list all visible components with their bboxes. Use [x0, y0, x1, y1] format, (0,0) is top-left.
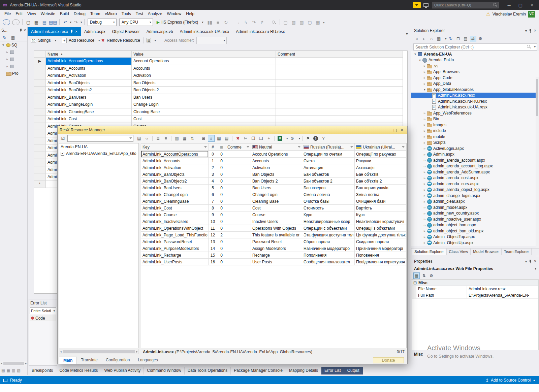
filter-icon[interactable]	[247, 146, 249, 148]
server-tree-item[interactable]: ▹	[0, 48, 27, 56]
pin-icon[interactable]	[70, 29, 73, 34]
navigate-forward-icon[interactable]: →	[12, 19, 20, 25]
cell-key[interactable]: AdminLink_Course	[141, 211, 209, 218]
cell-ukrainian[interactable]: Бан об'єктів 2	[355, 178, 406, 185]
server-tree-item[interactable]: ▾SQ	[0, 41, 27, 48]
tree-item[interactable]: ▹admin_arenda_curs.aspx	[411, 181, 539, 187]
tree-arrow[interactable]: ▹	[5, 64, 9, 68]
filter-icon[interactable]	[204, 146, 207, 148]
row-selector[interactable]	[34, 152, 46, 159]
dialog-column-index[interactable]: #	[209, 143, 217, 151]
resource-grid-row[interactable]: AdminLink_AccountsAccounts	[34, 65, 403, 72]
cell-russian[interactable]: Пополнения	[302, 252, 355, 259]
cell-neutral[interactable]: Activation	[251, 164, 302, 171]
menu-item-view[interactable]: View	[25, 10, 38, 18]
cell-neutral[interactable]: Operations With Objects	[251, 225, 302, 232]
solution-explorer-search-input[interactable]	[413, 43, 537, 51]
tree-item[interactable]: ▹App_Browsers	[411, 69, 539, 75]
cell-comment[interactable]	[276, 65, 403, 72]
cell-comment[interactable]	[226, 259, 251, 265]
cell-index[interactable]: 9	[209, 211, 217, 218]
error-list-column-header[interactable]: Code	[30, 315, 56, 321]
tree-item[interactable]: ▹mobile	[411, 134, 539, 140]
cell-key[interactable]: AdminLink_Accounts	[141, 158, 209, 164]
panel-tab-solution-explorer[interactable]: Solution Explorer	[412, 249, 447, 255]
alphabetical-icon[interactable]: ⇅	[421, 272, 427, 279]
tree-expand-arrow[interactable]: ▹	[423, 194, 426, 197]
tree-item[interactable]: ▹admin_new_country.aspx	[411, 210, 539, 217]
cell-key[interactable]: AdminLink_BanObjects2	[141, 178, 209, 185]
tree-collapse-arrow[interactable]: ▾	[418, 58, 422, 62]
row-selector[interactable]: ▶	[34, 58, 46, 65]
tool-tab-package-manager-console[interactable]: Package Manager Console	[231, 367, 286, 374]
tree-root[interactable]: Arenda-EN-UA	[59, 143, 138, 150]
panel-tab-team-explorer[interactable]: Team Explorer	[502, 249, 532, 255]
tree-expand-arrow[interactable]: ▹	[423, 200, 426, 203]
row-selector[interactable]	[34, 72, 46, 79]
row-selector[interactable]	[34, 79, 46, 87]
cell-name[interactable]: AdminLink_Cost	[46, 116, 132, 123]
tree-expand-arrow[interactable]: ▹	[423, 158, 426, 162]
save-icon[interactable]: ▤	[41, 19, 48, 26]
cell-value[interactable]: Ban Users	[132, 94, 276, 101]
tree-item[interactable]: ▹include	[411, 128, 539, 134]
cell-name[interactable]: AdminLink_ChangeLogin	[46, 101, 132, 108]
cell-count[interactable]: 0	[217, 238, 226, 245]
scroll-right-icon[interactable]: ▸	[25, 362, 27, 365]
tree-item[interactable]: ▹Scripts	[411, 140, 539, 146]
cell-neutral[interactable]: Inactive Users	[251, 218, 302, 225]
cell-neutral[interactable]: Course	[251, 211, 302, 218]
tree-expand-arrow[interactable]: ▹	[423, 129, 426, 133]
tree-expand-arrow[interactable]: ▹	[423, 188, 426, 192]
menu-item-team[interactable]: Team	[88, 10, 102, 18]
save-icon[interactable]: ▤	[136, 135, 142, 142]
server-tree-item[interactable]: Pro	[0, 70, 27, 77]
cell-value[interactable]: Cost	[132, 116, 276, 123]
scope-icon[interactable]: ▦	[436, 36, 442, 42]
cell-comment[interactable]	[226, 232, 251, 238]
tree-item[interactable]: ▹admin_arenda_object_log.aspx	[411, 187, 539, 193]
tree-expand-arrow[interactable]: ▹	[423, 141, 426, 144]
tree-item[interactable]: ▹admin_arenda_AddSumm.aspx	[411, 169, 539, 175]
cell-comment[interactable]	[276, 87, 403, 94]
tree-item[interactable]: ▹.vs	[411, 63, 539, 69]
tool-tab-output[interactable]: Output	[344, 367, 363, 374]
cell-index[interactable]: 12	[209, 232, 217, 238]
cell-count[interactable]: 0	[217, 178, 226, 185]
panel-tab-class-view[interactable]: Class View	[447, 249, 471, 255]
find-in-files-icon[interactable]	[270, 19, 278, 26]
cell-ukrainian[interactable]: Поповнення	[355, 252, 406, 259]
tree-resource-item[interactable]: ✔ Arenda-EN-UA\Arenda_EnUa\App_Glo	[59, 150, 138, 157]
cell-comment[interactable]	[226, 245, 251, 252]
close-tab-icon[interactable]: ×	[75, 29, 77, 34]
menu-item-website[interactable]: Website	[38, 10, 58, 18]
menu-item-file[interactable]: File	[2, 10, 13, 18]
scroll-left-icon[interactable]: ◂	[1, 362, 2, 365]
tree-item[interactable]: ▾App_GlobalResources	[411, 87, 539, 93]
navigate-backward-icon[interactable]: ←	[3, 19, 10, 25]
save-all-icon[interactable]: ▤▤	[49, 19, 57, 26]
cell-neutral[interactable]: Cleaning Base	[251, 198, 302, 205]
cell-value[interactable]: Change Login	[132, 101, 276, 108]
cell-index[interactable]: 11	[209, 225, 217, 232]
dialog-column-russian[interactable]: Russian (Russia)...	[302, 143, 355, 151]
tree-expand-arrow[interactable]: ▹	[423, 111, 426, 115]
export-excel-icon[interactable]: X	[277, 135, 283, 142]
cell-count[interactable]: 0	[217, 171, 226, 178]
cell-comment[interactable]	[226, 252, 251, 259]
cell-neutral[interactable]: Ban Users	[251, 185, 302, 191]
delete-icon[interactable]: ✖	[234, 135, 241, 142]
categorized-icon[interactable]: ▦	[413, 272, 420, 279]
menu-item-window[interactable]: Window	[164, 10, 184, 18]
cell-key[interactable]: AdminLink_Recharge	[141, 252, 209, 259]
scroll-right-icon[interactable]: ▸	[136, 350, 138, 353]
cell-count[interactable]: 0	[217, 259, 226, 265]
cell-comment[interactable]	[226, 158, 251, 164]
tree-expand-arrow[interactable]: ▹	[423, 117, 426, 121]
undo-dropdown-icon[interactable]: ▾	[70, 21, 72, 24]
cell-comment[interactable]	[276, 79, 403, 87]
cell-value[interactable]: Activation	[132, 72, 276, 79]
tree-expand-arrow[interactable]: ▹	[423, 241, 426, 244]
tree-item[interactable]: ▾Arenda-EN-UA	[411, 51, 539, 57]
property-value[interactable]: E:\Projects\Arenda_5\Arenda-EN-	[467, 292, 538, 298]
